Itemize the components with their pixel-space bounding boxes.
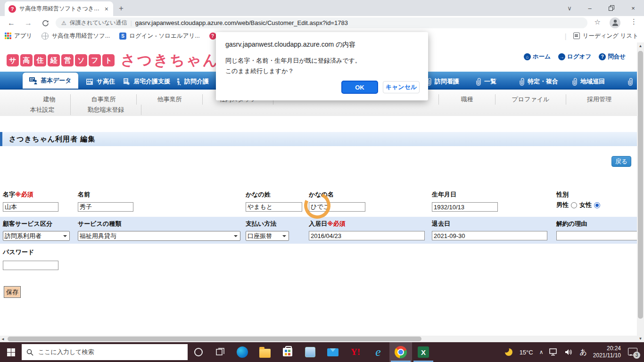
address-bar[interactable]: ⚠ 保護されていない通信 | gasrv.japanwest.cloudapp.… [56, 17, 587, 28]
inquiry-link[interactable]: ? 問合せ [599, 53, 626, 61]
volume-icon[interactable] [565, 348, 573, 356]
tab-close-icon[interactable]: × [104, 5, 109, 13]
window-close-button[interactable]: × [622, 0, 644, 16]
nav-tab-list[interactable]: 一覧 [475, 74, 496, 89]
first-name-input[interactable]: 秀子 [78, 202, 133, 212]
url-text[interactable]: gasrv.japanwest.cloudapp.azure.com/web/B… [135, 19, 348, 26]
network-icon[interactable] [549, 348, 559, 356]
bookmark-label: サ高住専用経営ソフ... [51, 32, 110, 40]
nav-tab-sakoju[interactable]: サ高住 [86, 74, 115, 89]
action-center-button[interactable]: 3 [627, 347, 639, 357]
scroll-up-icon[interactable]: ▲ [637, 42, 644, 49]
taskbar-app-store[interactable] [276, 342, 299, 362]
subnav-item-job-type[interactable]: 職種 [439, 94, 495, 105]
dialog-cancel-button[interactable]: キャンセル [383, 81, 420, 93]
not-secure-warning-icon[interactable]: ⚠ [61, 20, 66, 26]
cortana-button[interactable] [188, 348, 209, 356]
service-type-label: サービスの種類 [78, 220, 121, 228]
password-label: パスワード [3, 248, 34, 256]
nav-tab-home-visit-care[interactable]: 訪問介護 [175, 74, 209, 89]
back-to-list-button[interactable]: 戻る [611, 156, 631, 167]
bookmark-star-icon[interactable]: ☆ [594, 18, 601, 26]
cancel-reason-input[interactable] [556, 231, 639, 240]
tab-search-icon[interactable]: ∨ [560, 0, 579, 16]
required-mark: ※必須 [327, 220, 346, 227]
temperature-text[interactable]: 15°C [520, 349, 533, 356]
taskbar-app-yahoo[interactable]: Y! [344, 342, 367, 362]
vertical-scrollbar-thumb[interactable] [638, 51, 643, 319]
taskbar-app-mail[interactable] [322, 342, 344, 362]
subnav-item-own-office[interactable]: 自事業所 [71, 94, 137, 105]
nav-tab-home-care-support[interactable]: 居宅介護支援 [124, 74, 170, 89]
taskbar-search-input[interactable]: ここに入力して検索 [22, 344, 188, 360]
save-button[interactable]: 保存 [4, 286, 21, 298]
apps-label: アプリ [14, 32, 32, 40]
taskbar-app-blue[interactable] [299, 342, 322, 362]
bookmark-item[interactable]: サ高住専用経営ソフ... [37, 32, 115, 40]
payment-method-select[interactable]: 口座振替 [246, 231, 289, 241]
service-category-select[interactable]: 訪問系利用者 [3, 231, 70, 241]
mail-icon [327, 348, 339, 356]
browser-tab[interactable]: ? サ高住専用経営ソフトさつきちゃん × [5, 1, 113, 16]
site-logo[interactable]: サ 高 住 経 営 ソ フ ト さつきちゃん [7, 50, 219, 70]
subnav-item-hq-settings[interactable]: 本社設定 [14, 105, 71, 115]
profile-avatar[interactable] [610, 17, 620, 28]
password-input[interactable] [3, 261, 58, 270]
ime-indicator[interactable]: あ [579, 348, 586, 357]
gender-male-radio[interactable] [571, 202, 577, 208]
reading-list-button[interactable]: | リーディング リスト [565, 29, 638, 42]
task-view-button[interactable] [209, 348, 231, 356]
subnav-item-recruitment[interactable]: 採用管理 [566, 94, 632, 105]
taskbar-app-ie[interactable]: e [367, 342, 389, 362]
nav-tab-overflow[interactable] [627, 74, 633, 89]
birth-date-input[interactable]: 1932/10/13 [432, 202, 498, 212]
logo-block: 経 [48, 54, 60, 66]
last-name-input[interactable]: 山本 [3, 202, 58, 212]
browser-menu-icon[interactable]: ⋮ [630, 17, 637, 26]
subnav-item-building[interactable]: 建物 [28, 94, 71, 105]
app-window-icon [305, 347, 315, 357]
window-restore-button[interactable] [601, 0, 622, 16]
window-minimize-button[interactable]: – [579, 0, 601, 16]
move-in-date-input[interactable]: 2016/04/23 [309, 231, 425, 240]
service-type-select[interactable]: 福祉用具貸与 [78, 231, 240, 241]
scroll-left-icon[interactable]: ◄ [1, 337, 5, 341]
logo-block: サ [7, 54, 19, 66]
apps-shortcut[interactable]: アプリ [0, 32, 37, 40]
subnav-item-profile[interactable]: プロファイル [495, 94, 566, 105]
vertical-scrollbar[interactable]: ▲ ▼ [637, 42, 644, 342]
kana-last-input[interactable]: やまもと [246, 202, 302, 212]
taskbar-app-excel[interactable]: X [412, 342, 435, 362]
refresh-button[interactable] [40, 17, 51, 29]
taskbar-app-edge[interactable] [231, 342, 254, 362]
gender-female-label: 女性 [579, 201, 592, 209]
nav-tab-regional-patrol[interactable]: 地域巡回 [571, 74, 605, 89]
horizontal-scrollbar-thumb[interactable] [8, 337, 421, 341]
security-label[interactable]: 保護されていない通信 [70, 19, 127, 27]
taskbar-app-explorer[interactable] [254, 342, 276, 362]
store-icon [283, 348, 292, 356]
subnav-item-attendance-terminal[interactable]: 勤怠端末登録 [71, 105, 141, 115]
logoff-link[interactable]: → ログオフ [558, 53, 591, 61]
nav-tab-home-visit-nursing[interactable]: 訪問看護 [426, 74, 459, 89]
bookmark-item[interactable]: S ログイン - ソロエルアリ... [115, 32, 204, 40]
taskbar-clock[interactable]: 20:24 2021/11/10 [593, 345, 621, 359]
horizontal-scrollbar[interactable]: ◄ [0, 336, 637, 342]
tray-expand-icon[interactable]: ∧ [539, 349, 544, 355]
back-button[interactable]: ← [6, 17, 17, 29]
scroll-down-icon[interactable]: ▼ [637, 335, 644, 342]
forward-button[interactable]: → [23, 17, 34, 29]
dialog-ok-button[interactable]: OK [341, 81, 378, 94]
subnav-item-other-office[interactable]: 他事業所 [137, 94, 203, 105]
nav-tab-basic-data[interactable]: 基本データ [23, 73, 78, 89]
building-icon [86, 79, 94, 85]
kana-last-label: かなの姓 [246, 190, 271, 199]
taskbar-app-chrome[interactable] [389, 342, 412, 362]
start-button[interactable] [0, 342, 22, 362]
new-tab-button[interactable]: + [119, 4, 124, 13]
home-link[interactable]: ⌂ ホーム [524, 53, 551, 61]
gender-female-radio[interactable] [594, 202, 600, 208]
nav-tab-specified-combined[interactable]: 特定・複合 [519, 74, 558, 89]
weather-icon[interactable] [504, 347, 513, 357]
move-out-date-input[interactable]: 2021-09-30 [432, 231, 547, 240]
